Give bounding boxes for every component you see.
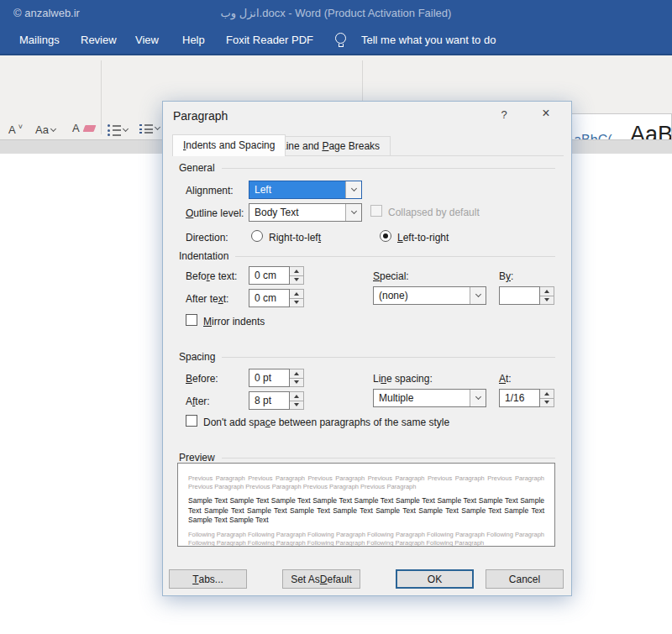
spin-down-icon[interactable] (290, 401, 303, 410)
help-icon[interactable]: ? (496, 108, 512, 121)
outline-level-dropdown[interactable]: Body Text (249, 203, 362, 222)
ribbon-tab-row: Mailings Review View Help Foxit Reader P… (0, 27, 672, 55)
ok-button[interactable]: OK (396, 569, 474, 589)
cancel-button[interactable]: Cancel (486, 569, 564, 589)
spin-down-icon[interactable] (540, 296, 554, 305)
at-spinner[interactable]: 1/16 (499, 389, 554, 407)
numbering-icon (139, 124, 153, 134)
tab-indents-and-spacing[interactable]: Indents and Spacing (172, 134, 286, 156)
ribbon-tab-review[interactable]: Review (81, 34, 117, 46)
clear-formatting-button[interactable]: A (72, 123, 95, 134)
watermark-text: © anzalweb.ir (13, 7, 80, 19)
spacing-before-value[interactable]: 0 pt (249, 369, 290, 387)
change-case-button[interactable]: Aa (35, 124, 55, 136)
spin-down-icon[interactable] (290, 276, 303, 285)
special-dropdown[interactable]: (none) (373, 286, 486, 305)
dropdown-arrow-icon[interactable] (345, 204, 361, 221)
spacing-heading: Spacing (179, 351, 555, 363)
after-text-spinner[interactable]: 0 cm (249, 289, 304, 307)
ribbon-tab-help[interactable]: Help (182, 34, 205, 46)
dont-add-space-label[interactable]: Don't add space between paragraphs of th… (203, 417, 449, 428)
tab-line-and-page-breaks[interactable]: Line and Page Breaks (270, 136, 391, 155)
alignment-label: Alignment: (186, 185, 234, 196)
chevron-down-icon (154, 124, 160, 130)
at-value[interactable]: 1/16 (499, 389, 540, 407)
preview-previous-paragraph: Previous Paragraph Previous Paragraph Pr… (188, 474, 544, 491)
before-text-spinner[interactable]: 0 cm (249, 266, 304, 285)
spin-up-icon[interactable] (540, 287, 554, 296)
preview-following-paragraph: Following Paragraph Following Paragraph … (188, 531, 544, 548)
dropdown-arrow-icon[interactable] (345, 181, 361, 198)
right-to-left-radio[interactable] (251, 230, 263, 242)
bullets-button[interactable] (108, 124, 128, 136)
indentation-heading: Indentation (179, 250, 555, 262)
outline-level-label: Outline level: (186, 207, 244, 219)
by-spinner[interactable] (499, 286, 554, 305)
collapsed-by-default-checkbox (370, 205, 382, 217)
tell-me-box[interactable]: Tell me what you want to do (361, 34, 496, 46)
spin-down-icon[interactable] (290, 379, 303, 387)
at-label: At: (499, 373, 512, 385)
general-heading: General (179, 162, 555, 174)
document-title: انزل وب.docx - Word (Product Activation … (84, 7, 588, 19)
chevron-down-icon (50, 125, 56, 131)
change-case-icon: Aa (35, 124, 49, 136)
spacing-before-spinner[interactable]: 0 pt (249, 369, 304, 387)
ribbon-tab-view[interactable]: View (135, 34, 159, 46)
lightbulb-icon (335, 33, 346, 44)
direction-label: Direction: (186, 232, 228, 244)
chevron-down-icon (122, 125, 128, 131)
tabs-button[interactable]: Tabs... (169, 569, 247, 589)
spin-up-icon[interactable] (290, 290, 303, 299)
shrink-font-button[interactable]: A˅ (8, 124, 23, 136)
dropdown-arrow-icon[interactable] (470, 287, 486, 304)
special-label: Special: (373, 270, 409, 282)
spin-up-icon[interactable] (290, 369, 303, 379)
lightbulb-icon-base (339, 44, 344, 47)
dialog-title: Paragraph (173, 109, 228, 123)
spin-down-icon[interactable] (540, 399, 554, 407)
by-label: By: (499, 270, 513, 282)
spacing-before-label: Before: (186, 373, 218, 385)
ribbon-tab-foxit[interactable]: Foxit Reader PDF (226, 34, 313, 46)
alignment-dropdown[interactable]: Left (249, 181, 362, 199)
group-separator (101, 60, 102, 134)
after-text-value[interactable]: 0 cm (249, 289, 290, 307)
preview-sample-text: Sample Text Sample Text Sample Text Samp… (188, 496, 544, 526)
spin-down-icon[interactable] (290, 299, 303, 307)
spacing-after-value[interactable]: 8 pt (249, 391, 290, 410)
spin-up-icon[interactable] (290, 267, 303, 276)
after-text-label: After text: (186, 293, 228, 305)
by-value[interactable] (499, 286, 540, 305)
clear-formatting-icon: A (72, 123, 80, 134)
dont-add-space-checkbox[interactable] (186, 415, 197, 427)
title-bar: © anzalweb.ir انزل وب.docx - Word (Produ… (0, 0, 672, 27)
line-spacing-label: Line spacing: (373, 373, 433, 385)
mirror-indents-checkbox[interactable] (186, 314, 197, 326)
spin-up-icon[interactable] (540, 390, 554, 399)
ribbon-tab-mailings[interactable]: Mailings (19, 34, 60, 46)
eraser-icon (82, 125, 96, 132)
close-icon[interactable]: × (534, 106, 558, 121)
before-text-value[interactable]: 0 cm (249, 266, 290, 285)
alignment-value: Left (249, 181, 345, 198)
set-as-default-button[interactable]: Set As Default (282, 569, 360, 589)
spacing-after-label: After: (186, 396, 210, 407)
paragraph-dialog: Paragraph ? × Indents and Spacing Line a… (162, 101, 572, 596)
mirror-indents-label[interactable]: Mirror indents (203, 316, 265, 327)
spacing-after-spinner[interactable]: 8 pt (249, 391, 304, 410)
line-spacing-value: Multiple (374, 390, 470, 406)
collapsed-by-default-label: Collapsed by default (388, 207, 480, 218)
numbering-button[interactable] (139, 124, 160, 134)
left-to-right-label[interactable]: Left-to-right (397, 232, 449, 244)
spin-up-icon[interactable] (290, 392, 303, 401)
line-spacing-dropdown[interactable]: Multiple (373, 389, 486, 407)
right-to-left-label[interactable]: Right-to-left (269, 232, 321, 244)
word-window: © anzalweb.ir انزل وب.docx - Word (Produ… (0, 0, 672, 634)
bullets-icon (108, 124, 121, 136)
shrink-font-icon: A (8, 124, 16, 136)
before-text-label: Before text: (186, 270, 237, 282)
dropdown-arrow-icon[interactable] (470, 390, 486, 406)
left-to-right-radio[interactable] (380, 230, 391, 242)
preview-heading: Preview (179, 452, 555, 464)
